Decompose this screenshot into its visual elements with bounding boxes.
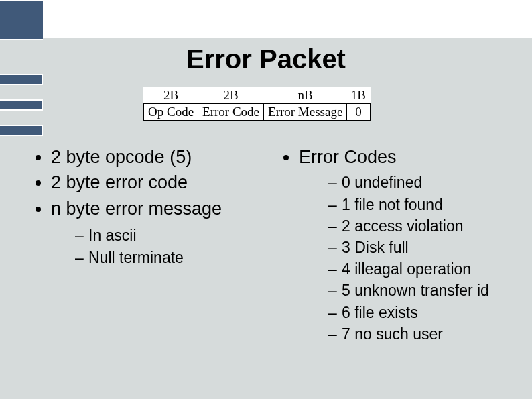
slide: Error Packet 2B 2B nB 1B Op Code Error C… (0, 0, 532, 399)
list-item: 2 byte error code (51, 170, 271, 194)
packet-size-cell: nB (264, 87, 347, 104)
list-item: 6 file exists (328, 302, 525, 323)
packet-field-cell: Error Message (264, 104, 347, 121)
left-column: 2 byte opcode (5) 2 byte error code n by… (29, 145, 271, 346)
list-item: 3 Disk full (328, 237, 525, 258)
error-codes-section: Error Codes 0 undefined 1 file not found… (277, 145, 525, 345)
list-item: 2 byte opcode (5) (51, 145, 271, 169)
packet-description-list: 2 byte opcode (5) 2 byte error code n by… (29, 145, 271, 268)
packet-field-cell: 0 (347, 104, 370, 121)
packet-size-cell: 2B (198, 87, 264, 104)
slide-title: Error Packet (0, 44, 532, 74)
content-area: 2 byte opcode (5) 2 byte error code n by… (29, 145, 519, 346)
top-band (0, 0, 532, 38)
list-item: n byte error message In ascii Null termi… (51, 196, 271, 268)
list-item: Error Codes 0 undefined 1 file not found… (299, 145, 525, 345)
list-item: In ascii (75, 225, 271, 246)
packet-size-cell: 1B (347, 87, 370, 104)
packet-field-cell: Op Code (144, 104, 198, 121)
list-item: 2 access violation (328, 215, 525, 237)
error-codes-list: 0 undefined 1 file not found 2 access vi… (299, 172, 525, 345)
right-column: Error Codes 0 undefined 1 file not found… (277, 145, 525, 346)
error-codes-heading: Error Codes (299, 147, 397, 167)
list-item: Null terminate (75, 247, 271, 268)
accent-stub (0, 125, 43, 136)
packet-field-cell: Error Code (198, 104, 264, 121)
list-item: 0 undefined (328, 172, 525, 193)
top-band-accent (0, 0, 43, 40)
packet-structure-table: 2B 2B nB 1B Op Code Error Code Error Mes… (143, 87, 371, 121)
accent-stub (0, 99, 43, 111)
list-item: 7 no such user (328, 323, 525, 345)
packet-size-cell: 2B (144, 87, 198, 104)
list-item: 5 unknown transfer id (328, 280, 525, 301)
list-item-label: n byte error message (51, 198, 222, 219)
accent-stub (0, 74, 43, 85)
sub-list: In ascii Null terminate (51, 225, 271, 268)
list-item: 1 file not found (328, 194, 525, 215)
list-item: 4 illeagal operation (328, 258, 525, 280)
